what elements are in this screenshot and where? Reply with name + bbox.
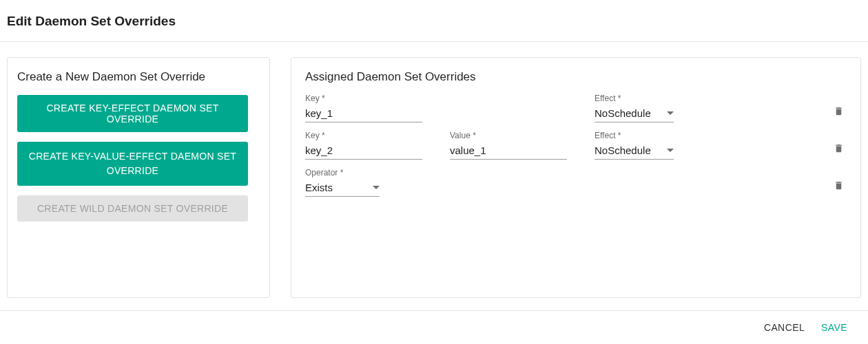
delete-row-button[interactable] (831, 140, 847, 157)
caret-down-icon (667, 149, 674, 152)
effect-label: Effect * (595, 131, 674, 140)
effect-label: Effect * (595, 94, 674, 103)
cancel-button[interactable]: CANCEL (756, 319, 813, 336)
effect-select[interactable]: NoSchedule (595, 106, 674, 122)
effect-select[interactable]: NoSchedule (595, 143, 674, 160)
value-field: Value * (450, 131, 567, 160)
operator-field: Operator * Exists (305, 168, 380, 197)
key-input[interactable] (305, 143, 422, 160)
caret-down-icon (373, 186, 380, 189)
override-row: Key * Effect * NoSchedule (305, 94, 847, 122)
operator-label: Operator * (305, 168, 380, 178)
override-row: Operator * Exists (305, 168, 847, 197)
assigned-panel-title: Assigned Daemon Set Overrides (305, 70, 847, 84)
footer: CANCEL SAVE (0, 310, 868, 344)
effect-field: Effect * NoSchedule (595, 94, 674, 122)
key-label: Key * (305, 94, 422, 103)
key-field: Key * (305, 94, 422, 122)
operator-value: Exists (305, 182, 333, 193)
content-area: Create a New Daemon Set Override CREATE … (0, 42, 868, 298)
create-wild-button: CREATE WILD DAEMON SET OVERRIDE (17, 195, 248, 222)
trash-icon (834, 142, 844, 154)
value-label: Value * (450, 131, 567, 140)
create-panel-title: Create a New Daemon Set Override (17, 70, 260, 84)
page-title: Edit Daemon Set Overrides (0, 0, 868, 42)
delete-row-button[interactable] (831, 103, 847, 120)
operator-select[interactable]: Exists (305, 180, 380, 197)
create-key-effect-button[interactable]: CREATE KEY-EFFECT DAEMON SET OVERRIDE (17, 95, 248, 132)
create-key-value-effect-button[interactable]: CREATE KEY-VALUE-EFFECT DAEMON SET OVERR… (17, 142, 248, 186)
save-button[interactable]: SAVE (813, 319, 856, 336)
effect-value: NoSchedule (595, 107, 651, 119)
key-field: Key * (305, 131, 422, 160)
effect-field: Effect * NoSchedule (595, 131, 674, 160)
delete-row-button[interactable] (831, 177, 847, 194)
create-panel: Create a New Daemon Set Override CREATE … (7, 57, 270, 298)
trash-icon (834, 105, 844, 117)
effect-value: NoSchedule (595, 144, 651, 156)
caret-down-icon (667, 111, 674, 115)
value-input[interactable] (450, 143, 567, 160)
override-row: Key * Value * Effect * NoSchedule (305, 131, 847, 160)
trash-icon (834, 180, 844, 191)
key-input[interactable] (305, 106, 422, 122)
assigned-panel: Assigned Daemon Set Overrides Key * Effe… (291, 57, 861, 298)
key-label: Key * (305, 131, 422, 140)
